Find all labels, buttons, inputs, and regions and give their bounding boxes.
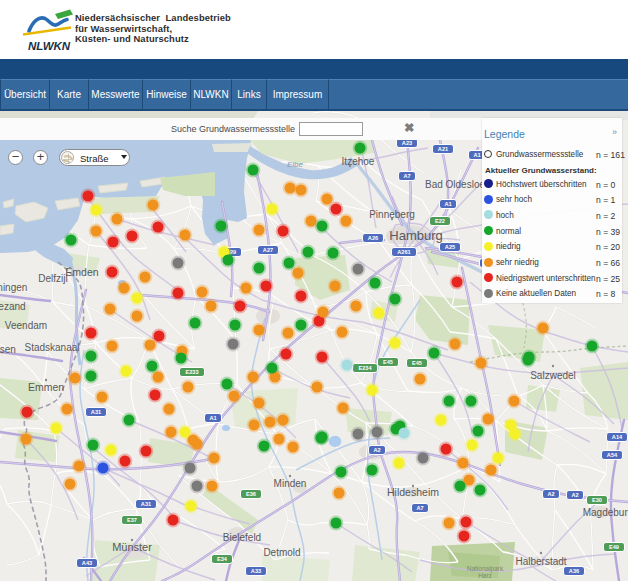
svg-text:A1: A1 xyxy=(444,201,451,207)
svg-text:Salzwedel: Salzwedel xyxy=(530,370,576,381)
svg-text:Emmen: Emmen xyxy=(28,381,64,393)
svg-text:Minden: Minden xyxy=(274,478,307,489)
svg-text:A31: A31 xyxy=(141,501,151,507)
svg-text:Bad Oldesloe: Bad Oldesloe xyxy=(425,179,485,190)
svg-text:E49: E49 xyxy=(609,544,619,550)
svg-text:A1: A1 xyxy=(473,152,480,158)
svg-text:Delfzijl: Delfzijl xyxy=(38,273,67,284)
svg-text:Stadskanaal: Stadskanaal xyxy=(24,342,79,353)
svg-text:Elbe: Elbe xyxy=(287,160,304,169)
svg-text:Assen: Assen xyxy=(0,344,16,355)
svg-text:NLWKN: NLWKN xyxy=(28,40,71,52)
svg-text:A2: A2 xyxy=(373,447,380,453)
svg-text:A7: A7 xyxy=(416,505,423,511)
svg-text:A36: A36 xyxy=(569,568,579,574)
svg-text:Harz: Harz xyxy=(478,572,492,579)
svg-text:Hildesheim: Hildesheim xyxy=(387,486,439,498)
svg-text:A2: A2 xyxy=(547,491,554,497)
svg-text:A2: A2 xyxy=(571,492,578,498)
svg-text:E37: E37 xyxy=(127,517,137,523)
svg-text:A21: A21 xyxy=(438,146,448,152)
svg-text:E22: E22 xyxy=(435,218,445,224)
svg-text:Veendam: Veendam xyxy=(5,320,47,331)
svg-text:A14: A14 xyxy=(612,434,623,440)
svg-text:Detmold: Detmold xyxy=(263,547,300,558)
svg-text:E34: E34 xyxy=(217,556,228,562)
svg-text:Hamburg: Hamburg xyxy=(389,228,442,243)
svg-text:A25: A25 xyxy=(445,244,455,250)
svg-text:E234: E234 xyxy=(358,365,372,371)
svg-text:A54: A54 xyxy=(607,452,618,458)
svg-text:A43: A43 xyxy=(82,560,92,566)
svg-text:Halberstadt: Halberstadt xyxy=(515,556,566,567)
svg-text:A31: A31 xyxy=(91,409,101,415)
svg-text:A27: A27 xyxy=(263,247,273,253)
svg-text:E30: E30 xyxy=(592,497,602,503)
svg-text:A1: A1 xyxy=(209,415,216,421)
svg-text:A23: A23 xyxy=(402,140,412,146)
svg-text:Itzehoe: Itzehoe xyxy=(342,156,375,167)
svg-text:E45: E45 xyxy=(383,359,393,365)
svg-text:E233: E233 xyxy=(185,369,198,375)
svg-text:Bielefeld: Bielefeld xyxy=(223,532,261,543)
svg-text:A26: A26 xyxy=(368,235,378,241)
svg-text:Münster: Münster xyxy=(112,541,152,553)
svg-text:A7: A7 xyxy=(403,173,410,179)
svg-text:Magdeburg: Magdeburg xyxy=(583,507,628,518)
svg-text:A261: A261 xyxy=(397,249,410,255)
svg-text:E45: E45 xyxy=(412,360,422,366)
svg-text:A33: A33 xyxy=(251,568,261,574)
svg-text:Hoogezand: Hoogezand xyxy=(0,301,26,312)
svg-text:Groningen: Groningen xyxy=(0,282,27,293)
svg-text:E36: E36 xyxy=(246,491,256,497)
